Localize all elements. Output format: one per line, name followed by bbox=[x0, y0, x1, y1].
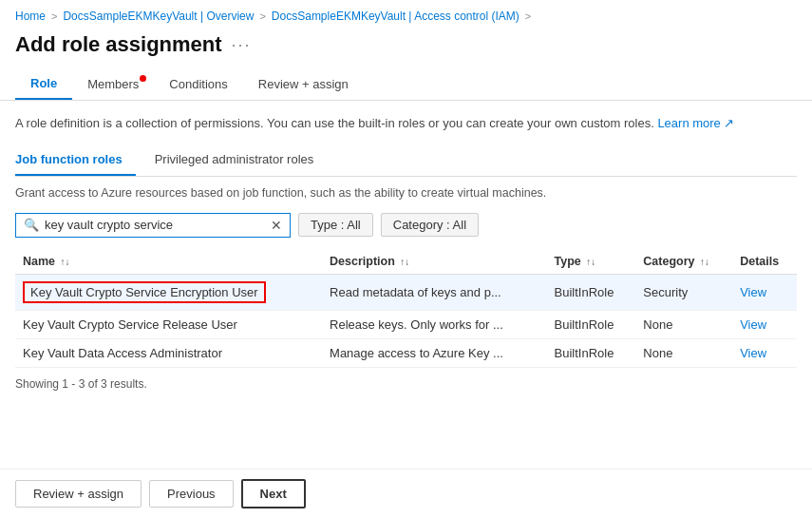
members-dot bbox=[140, 75, 146, 82]
page-title: Add role assignment bbox=[15, 32, 222, 57]
type-filter[interactable]: Type : All bbox=[298, 213, 373, 237]
search-clear-button[interactable]: ✕ bbox=[271, 218, 282, 233]
main-content: A role definition is a collection of per… bbox=[0, 101, 812, 417]
view-link-1[interactable]: View bbox=[740, 317, 766, 332]
row-name: Key Vault Data Access Administrator bbox=[15, 338, 322, 367]
category-filter[interactable]: Category : All bbox=[381, 213, 479, 237]
previous-button[interactable]: Previous bbox=[149, 480, 234, 508]
filter-bar: 🔍 ✕ Type : All Category : All bbox=[15, 213, 797, 238]
col-type: Type ↑↓ bbox=[547, 249, 636, 275]
breadcrumb-sep-3: > bbox=[525, 10, 531, 22]
description-sort-icon[interactable]: ↑↓ bbox=[400, 257, 409, 267]
row-category: Security bbox=[635, 274, 732, 310]
breadcrumb-sep-2: > bbox=[259, 10, 265, 22]
showing-results: Showing 1 - 3 of 3 results. bbox=[15, 377, 797, 391]
next-button[interactable]: Next bbox=[241, 479, 306, 508]
row-description: Manage access to Azure Key ... bbox=[322, 338, 546, 367]
row-type: BuiltInRole bbox=[547, 310, 636, 338]
breadcrumb-keyvault-iam[interactable]: DocsSampleEKMKeyVault | Access control (… bbox=[272, 10, 519, 23]
page-wrapper: Home > DocsSampleEKMKeyVault | Overview … bbox=[0, 0, 812, 518]
tab-review-assign[interactable]: Review + assign bbox=[243, 69, 364, 99]
search-box[interactable]: 🔍 ✕ bbox=[15, 213, 291, 238]
row-type: BuiltInRole bbox=[547, 274, 636, 310]
breadcrumb-home[interactable]: Home bbox=[15, 10, 46, 23]
table-header-row: Name ↑↓ Description ↑↓ Type ↑↓ Category … bbox=[15, 249, 797, 275]
row-description: Read metadata of keys and p... bbox=[322, 274, 546, 310]
learn-more-link[interactable]: Learn more ↗ bbox=[657, 116, 734, 130]
row-details: View bbox=[732, 310, 797, 338]
breadcrumb-sep-1: > bbox=[51, 10, 57, 22]
row-category: None bbox=[635, 310, 732, 338]
col-name: Name ↑↓ bbox=[15, 249, 322, 275]
page-header: Add role assignment ··· bbox=[0, 29, 812, 68]
col-description: Description ↑↓ bbox=[322, 249, 546, 275]
view-link-2[interactable]: View bbox=[740, 346, 766, 360]
row-category: None bbox=[635, 338, 732, 367]
sub-tab-privileged[interactable]: Privileged administrator roles bbox=[155, 146, 328, 176]
action-bar: Review + assign Previous Next bbox=[0, 469, 812, 518]
breadcrumb-keyvault-overview[interactable]: DocsSampleEKMKeyVault | Overview bbox=[63, 10, 254, 23]
tabs-nav: Role Members Conditions Review + assign bbox=[0, 68, 812, 101]
roles-table: Name ↑↓ Description ↑↓ Type ↑↓ Category … bbox=[15, 249, 797, 368]
view-link-0[interactable]: View bbox=[740, 285, 766, 299]
row-name: Key Vault Crypto Service Encryption User bbox=[15, 274, 322, 310]
search-input[interactable] bbox=[45, 218, 265, 232]
col-details: Details bbox=[732, 249, 797, 275]
row-name: Key Vault Crypto Service Release User bbox=[15, 310, 322, 338]
row-details: View bbox=[732, 338, 797, 367]
row-description: Release keys. Only works for ... bbox=[322, 310, 546, 338]
type-sort-icon[interactable]: ↑↓ bbox=[586, 257, 595, 267]
sub-tab-job-function[interactable]: Job function roles bbox=[15, 146, 136, 176]
role-description: A role definition is a collection of per… bbox=[15, 114, 797, 133]
tab-role[interactable]: Role bbox=[15, 68, 72, 100]
more-options-icon[interactable]: ··· bbox=[232, 35, 252, 55]
table-row[interactable]: Key Vault Data Access Administrator Mana… bbox=[15, 338, 797, 367]
tab-conditions[interactable]: Conditions bbox=[154, 69, 242, 99]
breadcrumb: Home > DocsSampleEKMKeyVault | Overview … bbox=[0, 0, 812, 29]
row-type: BuiltInRole bbox=[547, 338, 636, 367]
name-sort-icon[interactable]: ↑↓ bbox=[61, 257, 70, 267]
row-details: View bbox=[732, 274, 797, 310]
tab-members[interactable]: Members bbox=[72, 69, 154, 99]
review-assign-button[interactable]: Review + assign bbox=[15, 480, 142, 508]
table-row[interactable]: Key Vault Crypto Service Release User Re… bbox=[15, 310, 797, 338]
table-row[interactable]: Key Vault Crypto Service Encryption User… bbox=[15, 274, 797, 310]
col-category: Category ↑↓ bbox=[635, 249, 732, 275]
category-sort-icon[interactable]: ↑↓ bbox=[700, 257, 709, 267]
sub-description: Grant access to Azure resources based on… bbox=[15, 186, 797, 200]
sub-tabs: Job function roles Privileged administra… bbox=[15, 146, 797, 177]
search-icon: 🔍 bbox=[24, 218, 39, 232]
